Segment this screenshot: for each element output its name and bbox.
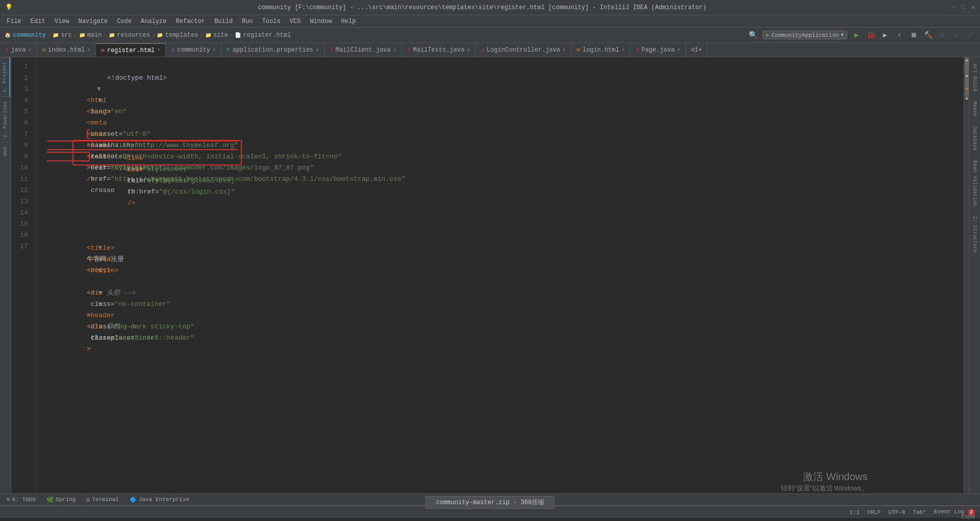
panel-tab-structure[interactable]: Z: Structure bbox=[970, 212, 979, 257]
menu-run[interactable]: Run bbox=[238, 17, 257, 26]
status-indent[interactable]: Tab* bbox=[913, 509, 926, 515]
zip-bar[interactable]: community-master.zip - 360压缩 bbox=[425, 496, 554, 509]
tab-close-index-html[interactable]: × bbox=[87, 48, 90, 53]
panel-tab-database[interactable]: Database bbox=[970, 122, 979, 155]
expand-button: ⤢ bbox=[966, 30, 976, 40]
tab-close-mailclient[interactable]: × bbox=[393, 48, 396, 53]
run-button[interactable]: ▶ bbox=[851, 30, 862, 40]
status-line-ending[interactable]: CRLF bbox=[867, 509, 880, 515]
breadcrumb-project[interactable]: 🏠 community bbox=[4, 32, 46, 39]
profile-button[interactable]: ⚡ bbox=[894, 30, 904, 40]
code-line-3: ▼ <head> bbox=[47, 84, 964, 95]
highlighted-block: <link rel="stylesheet" th:href="@{/css/g… bbox=[72, 140, 242, 165]
editor-scrollbar[interactable] bbox=[964, 57, 969, 493]
menu-edit[interactable]: Edit bbox=[27, 17, 50, 26]
tab-close-login-html[interactable]: × bbox=[622, 48, 625, 53]
breadcrumb-file[interactable]: 📄 register.html bbox=[234, 32, 291, 39]
coverage-button[interactable]: ▶ bbox=[880, 30, 890, 40]
breadcrumb-src[interactable]: 📁 src bbox=[52, 32, 72, 39]
tab-mailtests[interactable]: J MailTests.java × bbox=[402, 43, 475, 57]
csdn-badge[interactable]: CSDN bbox=[962, 514, 975, 520]
tab-mailclient[interactable]: J MailClient.java × bbox=[325, 43, 402, 57]
tab-overflow-label: ≡1+ bbox=[691, 46, 702, 54]
menu-file[interactable]: File bbox=[3, 17, 26, 26]
tab-close-page-java[interactable]: × bbox=[677, 48, 680, 53]
bottom-tab-todo[interactable]: ≡ 6: TODO bbox=[3, 495, 40, 504]
code-line-14: <!-- 头部 --> bbox=[47, 265, 964, 276]
bottom-tab-java-enterprise[interactable]: 🔷 Java Enterprise bbox=[126, 495, 193, 504]
code-line-13: ▼ <div class="nk-container" > bbox=[47, 254, 964, 265]
tab-close-community[interactable]: × bbox=[213, 48, 216, 53]
breadcrumb: 🏠 community › 📁 src › 📁 main › 📁 resourc… bbox=[4, 32, 291, 39]
menu-navigate[interactable]: Navigate bbox=[74, 17, 112, 26]
tab-bar: J java × H index.html × H register.html … bbox=[0, 43, 980, 57]
panel-tab-project[interactable]: 1: Project bbox=[1, 57, 10, 97]
menu-analyze[interactable]: Analyze bbox=[137, 17, 170, 26]
breadcrumb-resources[interactable]: 📁 resources bbox=[108, 32, 150, 39]
panel-tab-favorites[interactable]: 2: Favorites bbox=[1, 97, 10, 142]
maximize-button[interactable]: □ bbox=[962, 4, 965, 11]
bottom-tab-terminal[interactable]: ⊡ Terminal bbox=[82, 495, 122, 504]
menu-help[interactable]: Help bbox=[337, 17, 360, 26]
run-config-icon: ▶ bbox=[766, 32, 770, 38]
menu-build[interactable]: Build bbox=[210, 17, 237, 26]
code-line-10: <title> 牛客网-注册 </title> bbox=[47, 220, 964, 231]
folder-icon-2: 📁 bbox=[79, 32, 86, 39]
code-line-6: <link rel="icon" href="https://static.no… bbox=[47, 117, 964, 129]
tab-close-logincontroller[interactable]: × bbox=[563, 48, 566, 53]
left-panel-tabs: 1: Project 2: Favorites Web bbox=[0, 57, 11, 493]
tab-login-html[interactable]: H login.html × bbox=[572, 43, 631, 57]
bottom-tab-spring[interactable]: 🌿 Spring bbox=[42, 495, 80, 504]
tab-icon-app-props: P bbox=[227, 47, 230, 53]
menu-refactor[interactable]: Refactor bbox=[172, 17, 209, 26]
panel-tab-web[interactable]: Web bbox=[1, 142, 10, 160]
menu-view[interactable]: View bbox=[51, 17, 74, 26]
tab-register-html[interactable]: H register.html × bbox=[96, 43, 166, 57]
tab-community[interactable]: m community × bbox=[166, 43, 221, 57]
minimize-button[interactable]: — bbox=[951, 4, 955, 11]
project-icon: 🏠 bbox=[4, 32, 11, 39]
back-button[interactable]: 🔍 bbox=[748, 30, 758, 40]
scroll-marker-2 bbox=[966, 75, 968, 77]
tab-icon-java: J bbox=[5, 47, 9, 53]
tab-label-java: java bbox=[11, 46, 26, 54]
tab-icon-index-html: H bbox=[42, 47, 45, 53]
tab-logincontroller[interactable]: J LoginController.java × bbox=[476, 43, 572, 57]
breadcrumb-main[interactable]: 📁 main bbox=[79, 32, 102, 39]
code-line-12: ▼ <body> bbox=[47, 243, 964, 254]
menu-tools[interactable]: Tools bbox=[258, 17, 285, 26]
close-button[interactable]: ✕ bbox=[971, 4, 975, 11]
layout-button: ⊟ bbox=[951, 30, 962, 40]
stop-button[interactable]: ⏹ bbox=[909, 30, 919, 40]
menu-window[interactable]: Window bbox=[306, 17, 336, 26]
breadcrumb-site[interactable]: 📁 site bbox=[205, 32, 228, 39]
menu-bar: File Edit View Navigate Code Analyze Ref… bbox=[0, 15, 980, 28]
debug-button[interactable]: 🐞 bbox=[866, 30, 876, 40]
tab-app-props[interactable]: P application.properties × bbox=[222, 43, 325, 57]
window-controls: — □ ✕ bbox=[951, 4, 975, 11]
menu-code[interactable]: Code bbox=[113, 17, 136, 26]
tab-java[interactable]: J java × bbox=[0, 43, 37, 57]
tab-close-java[interactable]: × bbox=[28, 48, 31, 53]
panel-tab-maven[interactable]: Maven bbox=[970, 97, 979, 121]
status-position[interactable]: 1:1 bbox=[849, 509, 860, 515]
panel-tab-bean-validation[interactable]: Bean Validation bbox=[970, 156, 979, 210]
run-config-label: CommunityApplication bbox=[772, 32, 839, 38]
run-config-selector[interactable]: ▶ CommunityApplication ▼ bbox=[763, 31, 847, 39]
code-editor[interactable]: <!doctype html> ▼ <html lang="en" xmlns:… bbox=[37, 57, 964, 493]
panel-tab-art-build[interactable]: Art Build bbox=[970, 60, 979, 96]
window-title: community [F:\community] - ...\src\main\… bbox=[13, 4, 951, 11]
menu-vcs[interactable]: VCS bbox=[286, 17, 305, 26]
tab-close-register-html[interactable]: × bbox=[157, 48, 160, 53]
tab-index-html[interactable]: H index.html × bbox=[37, 43, 96, 57]
tab-close-mailtests[interactable]: × bbox=[467, 48, 470, 53]
status-encoding[interactable]: UTF-8 bbox=[889, 509, 905, 515]
tab-overflow[interactable]: ≡1+ bbox=[686, 43, 708, 57]
settings-button: ⚙ bbox=[937, 30, 947, 40]
breadcrumb-sep-5: › bbox=[200, 32, 203, 38]
tab-page-java[interactable]: J Page.java × bbox=[630, 43, 685, 57]
code-container[interactable]: 1 2 3 4 5 6 7 8 9 10 11 12 13 14 15 16 1 bbox=[11, 57, 969, 493]
tab-label-app-props: application.properties bbox=[232, 46, 313, 54]
tab-close-app-props[interactable]: × bbox=[316, 48, 319, 53]
breadcrumb-templates[interactable]: 📁 templates bbox=[156, 32, 198, 39]
